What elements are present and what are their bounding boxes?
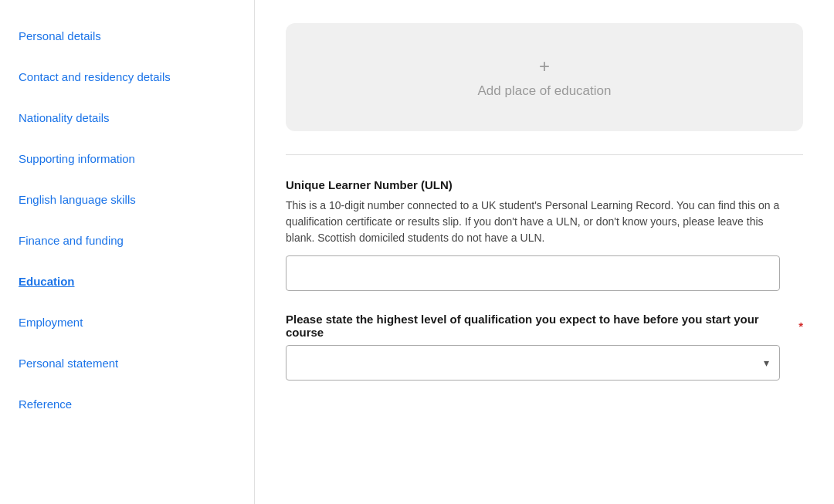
qualification-select[interactable] [286, 345, 780, 381]
sidebar-item-personal-statement[interactable]: Personal statement [0, 343, 254, 384]
sidebar-item-contact-residency[interactable]: Contact and residency details [0, 56, 254, 97]
sidebar-item-english-language[interactable]: English language skills [0, 179, 254, 220]
uln-description: This is a 10-digit number connected to a… [286, 198, 780, 246]
sidebar-item-finance-funding[interactable]: Finance and funding [0, 220, 254, 261]
plus-icon: + [539, 56, 550, 77]
add-education-box[interactable]: + Add place of education [286, 23, 803, 131]
sidebar-item-reference[interactable]: Reference [0, 384, 254, 425]
sidebar-item-employment[interactable]: Employment [0, 302, 254, 343]
sidebar-item-nationality[interactable]: Nationality details [0, 97, 254, 138]
sidebar-item-education[interactable]: Education [0, 261, 254, 302]
qualification-select-wrapper: ▾ [286, 345, 780, 381]
section-divider [286, 154, 803, 155]
qualification-label: Please state the highest level of qualif… [286, 313, 803, 339]
uln-section: Unique Learner Number (ULN) This is a 10… [286, 178, 803, 291]
qualification-section: Please state the highest level of qualif… [286, 313, 803, 381]
uln-title: Unique Learner Number (ULN) [286, 178, 803, 191]
uln-input[interactable] [286, 255, 780, 291]
sidebar-item-supporting-info[interactable]: Supporting information [0, 138, 254, 179]
required-star: * [798, 320, 803, 333]
sidebar-item-personal-details[interactable]: Personal details [0, 15, 254, 56]
sidebar: Personal detailsContact and residency de… [0, 0, 255, 504]
main-content: + Add place of education Unique Learner … [255, 0, 834, 504]
add-education-label: Add place of education [478, 83, 612, 99]
